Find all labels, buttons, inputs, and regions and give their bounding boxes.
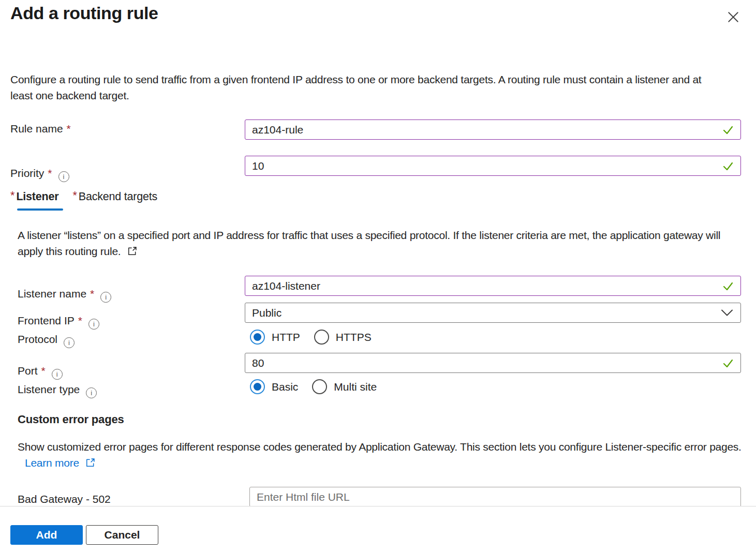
frontend-ip-dropdown[interactable]: Public	[245, 303, 741, 323]
protocol-https-radio[interactable]: HTTPS	[314, 330, 372, 345]
tab-listener[interactable]: * Listener	[10, 190, 58, 211]
protocol-http-radio[interactable]: HTTP	[250, 330, 300, 345]
port-label-text: Port	[18, 365, 38, 377]
priority-input[interactable]	[245, 156, 722, 175]
priority-field	[245, 156, 741, 176]
protocol-http-label: HTTP	[272, 331, 300, 344]
info-icon[interactable]: i	[64, 337, 75, 348]
info-icon[interactable]: i	[100, 292, 111, 303]
valid-check-icon	[722, 280, 734, 292]
dialog-description: Configure a routing rule to send traffic…	[10, 71, 721, 103]
frontend-ip-selected-value: Public	[245, 307, 721, 319]
port-input[interactable]	[245, 353, 722, 372]
rule-name-input[interactable]	[245, 120, 722, 139]
listener-type-multisite-radio[interactable]: Multi site	[312, 379, 377, 394]
listener-type-label: Listener typei	[18, 383, 97, 398]
tab-bar: * Listener * Backend targets	[10, 190, 157, 211]
listener-name-field	[245, 276, 741, 296]
external-link-icon[interactable]	[127, 246, 137, 256]
tab-listener-label: Listener	[16, 190, 58, 203]
protocol-label: Protocoli	[18, 333, 75, 348]
bad-gateway-502-field	[249, 487, 741, 507]
add-button[interactable]: Add	[10, 525, 83, 545]
required-marker: *	[41, 365, 46, 377]
active-tab-underline	[17, 208, 63, 211]
required-marker: *	[48, 167, 52, 179]
chevron-down-icon	[721, 309, 733, 317]
external-link-icon[interactable]	[85, 458, 95, 468]
radio-selected-icon	[250, 379, 265, 394]
info-icon[interactable]: i	[86, 387, 97, 398]
port-field	[245, 353, 741, 373]
listener-name-input[interactable]	[245, 276, 722, 295]
required-marker: *	[78, 315, 82, 326]
valid-check-icon	[722, 357, 734, 369]
listener-type-basic-radio[interactable]: Basic	[250, 379, 298, 394]
tab-backend-targets-label: Backend targets	[79, 190, 157, 203]
protocol-label-text: Protocol	[18, 333, 57, 345]
frontend-ip-label-text: Frontend IP	[18, 315, 75, 326]
priority-label-text: Priority	[10, 167, 44, 179]
port-label: Port*i	[18, 365, 63, 380]
bad-gateway-502-label: Bad Gateway - 502	[18, 493, 111, 505]
tab-backend-targets[interactable]: * Backend targets	[72, 190, 157, 211]
protocol-https-label: HTTPS	[336, 331, 372, 344]
info-icon[interactable]: i	[58, 171, 69, 182]
dialog-footer: Add Cancel	[0, 506, 756, 552]
radio-unselected-icon	[314, 330, 329, 345]
bad-gateway-502-url-input[interactable]	[250, 487, 740, 506]
custom-error-pages-description-text: Show customized error pages for differen…	[18, 441, 742, 453]
required-marker: *	[90, 288, 94, 300]
listener-name-label-text: Listener name	[18, 288, 86, 300]
listener-description: A listener “listens” on a specified port…	[18, 227, 740, 259]
required-marker: *	[67, 123, 71, 135]
required-marker: *	[10, 189, 14, 202]
radio-selected-icon	[250, 330, 265, 345]
listener-description-text: A listener “listens” on a specified port…	[18, 229, 720, 257]
listener-type-multisite-label: Multi site	[334, 381, 377, 393]
frontend-ip-label: Frontend IP*i	[18, 315, 99, 330]
page-title: Add a routing rule	[10, 3, 158, 23]
cancel-button[interactable]: Cancel	[86, 525, 158, 545]
listener-name-label: Listener name*i	[18, 288, 111, 303]
info-icon[interactable]: i	[88, 319, 99, 330]
valid-check-icon	[722, 124, 734, 136]
custom-error-pages-heading: Custom error pages	[18, 413, 124, 426]
close-icon	[726, 10, 740, 24]
learn-more-link[interactable]: Learn more	[25, 457, 79, 469]
priority-label: Priority*i	[10, 167, 69, 182]
listener-type-label-text: Listener type	[18, 383, 80, 395]
rule-name-field	[245, 120, 741, 140]
listener-type-radio-group: Basic Multi site	[250, 379, 391, 394]
required-marker: *	[72, 189, 77, 202]
valid-check-icon	[722, 160, 734, 172]
info-icon[interactable]: i	[52, 369, 63, 380]
radio-unselected-icon	[312, 379, 327, 394]
protocol-radio-group: HTTP HTTPS	[250, 330, 386, 345]
add-routing-rule-dialog: Add a routing rule Configure a routing r…	[0, 0, 756, 552]
close-button[interactable]	[722, 6, 744, 28]
listener-type-basic-label: Basic	[272, 381, 298, 393]
custom-error-pages-description: Show customized error pages for differen…	[18, 439, 742, 471]
rule-name-label-text: Rule name	[10, 123, 63, 135]
rule-name-label: Rule name*	[10, 123, 71, 135]
